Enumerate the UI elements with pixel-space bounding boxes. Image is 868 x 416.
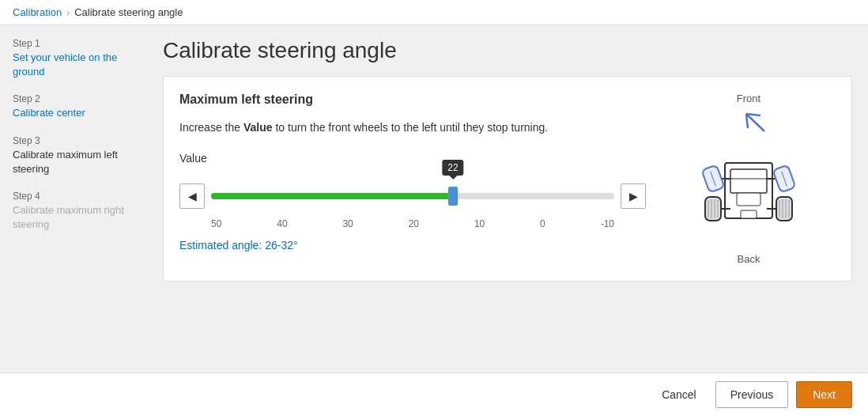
svg-rect-24 (737, 193, 760, 206)
step1-label: Step 1 (13, 38, 134, 49)
page-title: Calibrate steering angle (163, 38, 852, 63)
breadcrumb-parent[interactable]: Calibration (13, 6, 62, 18)
sidebar-step-4: Step 4 Calibrate maximum right steering (13, 191, 134, 232)
slider-thumb[interactable] (448, 187, 458, 206)
breadcrumb-bar: Calibration › Calibrate steering angle (0, 0, 868, 25)
breadcrumb-current: Calibrate steering angle (74, 6, 183, 18)
slider-track[interactable] (211, 193, 614, 199)
instruction-post: to turn the front wheels to the left unt… (273, 121, 549, 134)
previous-button[interactable]: Previous (715, 381, 788, 408)
scale-0: 0 (540, 218, 545, 229)
step4-title: Calibrate maximum right steering (13, 203, 134, 232)
sidebar-step-2: Step 2 Calibrate center (13, 93, 134, 120)
main-layout: Step 1 Set your vehicle on the ground St… (0, 25, 868, 373)
slider-fill (211, 193, 453, 199)
next-button[interactable]: Next (796, 381, 852, 408)
content-area: Calibrate steering angle Maximum left st… (147, 25, 868, 373)
left-arrow-icon: ◀ (188, 190, 197, 202)
slider-decrease-button[interactable]: ◀ (179, 183, 205, 209)
car-illustration: Front (689, 93, 808, 265)
slider-track-wrapper[interactable]: 22 (211, 183, 614, 209)
svg-rect-4 (730, 169, 767, 193)
scale-minus10: -10 (601, 218, 614, 229)
scale-30: 30 (342, 218, 353, 229)
instruction-pre: Increase the (179, 121, 243, 134)
slider-container: ◀ 22 ▶ (179, 183, 646, 209)
card-left: Maximum left steering Increase the Value… (179, 93, 646, 265)
scale-20: 20 (409, 218, 419, 229)
svg-rect-25 (741, 210, 757, 218)
scale-10: 10 (474, 218, 485, 229)
scale-40: 40 (277, 218, 287, 229)
slider-scale: 50 40 30 20 10 0 -10 (211, 215, 614, 229)
scale-50: 50 (211, 218, 221, 229)
car-front-label: Front (737, 93, 760, 104)
slider-increase-button[interactable]: ▶ (621, 183, 646, 209)
bottom-bar: Cancel Previous Next (0, 373, 868, 416)
step2-label: Step 2 (13, 93, 134, 104)
instruction-text: Increase the Value to turn the front whe… (179, 119, 646, 136)
cancel-button[interactable]: Cancel (651, 382, 708, 407)
car-svg (689, 108, 808, 250)
card-right: Front (662, 93, 836, 265)
breadcrumb-separator: › (66, 7, 70, 18)
step3-title[interactable]: Calibrate maximum left steering (13, 148, 134, 176)
sidebar-step-1: Step 1 Set your vehicle on the ground (13, 38, 134, 79)
instruction-bold: Value (243, 121, 273, 134)
right-arrow-icon: ▶ (629, 190, 638, 202)
slider-tooltip: 22 (442, 160, 463, 176)
step4-label: Step 4 (13, 191, 134, 202)
svg-line-0 (746, 114, 764, 131)
sidebar-step-3: Step 3 Calibrate maximum left steering (13, 135, 134, 176)
main-card: Maximum left steering Increase the Value… (163, 76, 852, 282)
svg-rect-19 (776, 197, 792, 221)
estimated-angle: Estimated angle: 26-32° (179, 239, 646, 251)
step1-title[interactable]: Set your vehicle on the ground (13, 51, 134, 79)
sidebar: Step 1 Set your vehicle on the ground St… (0, 25, 147, 373)
value-label: Value (179, 152, 646, 165)
car-back-label: Back (738, 253, 760, 265)
step2-title[interactable]: Calibrate center (13, 106, 134, 120)
section-title: Maximum left steering (179, 93, 646, 107)
step3-label: Step 3 (13, 135, 134, 146)
svg-rect-14 (705, 197, 721, 221)
